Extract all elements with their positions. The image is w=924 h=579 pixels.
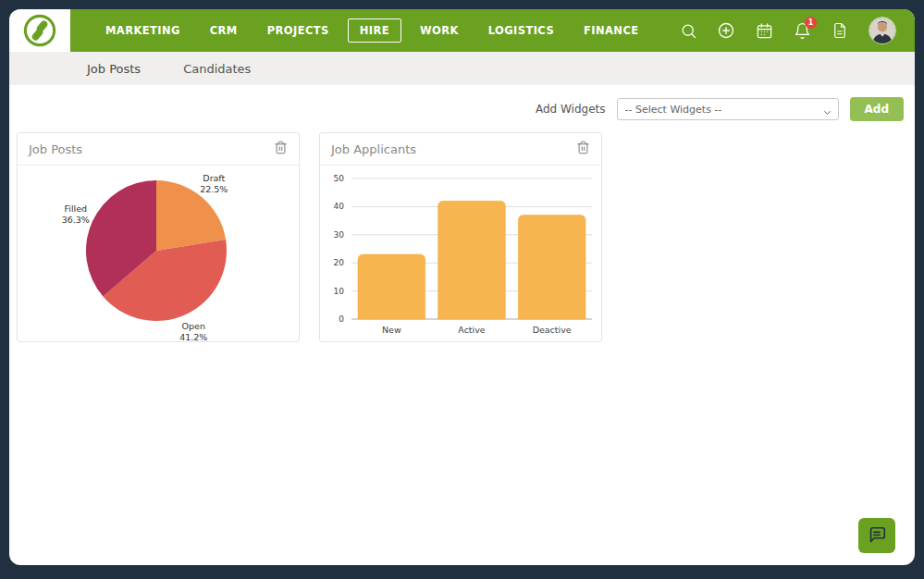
- svg-text:50: 50: [334, 174, 345, 183]
- add-widgets-toolbar: Add Widgets -- Select Widgets -- Add: [9, 85, 915, 130]
- user-avatar[interactable]: [869, 17, 896, 44]
- pie-chart-job-posts: Draft22.5%Open41.2%Filled36.3%: [18, 166, 299, 341]
- widget-job-applicants: Job Applicants 01020304050NewActiveDeact…: [319, 132, 602, 342]
- app-logo[interactable]: [9, 9, 70, 52]
- nav-item-finance[interactable]: FINANCE: [573, 19, 649, 42]
- app-window: MARKETING CRM PROJECTS HIRE WORK LOGISTI…: [9, 9, 915, 565]
- main-nav: MARKETING CRM PROJECTS HIRE WORK LOGISTI…: [94, 9, 649, 52]
- svg-text:10: 10: [334, 287, 345, 296]
- subnav-job-posts[interactable]: Job Posts: [87, 62, 141, 76]
- svg-text:0: 0: [339, 314, 344, 324]
- svg-text:Open41.2%: Open41.2%: [179, 321, 207, 341]
- svg-text:Deactive: Deactive: [533, 325, 572, 335]
- delete-widget-icon[interactable]: [274, 141, 288, 158]
- notifications-bell-icon[interactable]: 1: [793, 21, 811, 40]
- bar-chart-job-applicants: 01020304050NewActiveDeactive: [320, 166, 601, 341]
- add-widget-button[interactable]: Add: [850, 97, 904, 121]
- widget-job-posts-header: Job Posts: [18, 133, 299, 166]
- quick-add-icon[interactable]: [717, 21, 735, 40]
- widget-title: Job Applicants: [331, 142, 416, 156]
- widgets-select-wrap: -- Select Widgets --: [617, 98, 839, 120]
- top-navigation-bar: MARKETING CRM PROJECTS HIRE WORK LOGISTI…: [9, 9, 915, 52]
- nav-item-work[interactable]: WORK: [409, 19, 470, 42]
- document-icon[interactable]: [831, 21, 849, 40]
- svg-text:New: New: [382, 325, 401, 335]
- header-icons: 1: [679, 9, 915, 52]
- add-widgets-label: Add Widgets: [536, 103, 606, 116]
- widget-title: Job Posts: [29, 142, 82, 156]
- svg-text:Filled36.3%: Filled36.3%: [62, 203, 90, 225]
- chat-bubble-icon: [867, 525, 887, 546]
- widget-job-posts: Job Posts Draft22.5%Open41.2%Filled36.3%: [17, 132, 300, 342]
- chat-button[interactable]: [858, 518, 895, 553]
- nav-item-logistics[interactable]: LOGISTICS: [477, 19, 565, 42]
- svg-text:40: 40: [334, 202, 345, 211]
- svg-text:Draft22.5%: Draft22.5%: [200, 173, 228, 194]
- search-icon[interactable]: [679, 21, 697, 40]
- widget-job-applicants-header: Job Applicants: [320, 133, 601, 166]
- nav-item-hire[interactable]: HIRE: [348, 18, 401, 43]
- nav-item-crm[interactable]: CRM: [199, 19, 249, 42]
- svg-text:20: 20: [334, 258, 345, 267]
- nav-item-projects[interactable]: PROJECTS: [256, 19, 340, 42]
- subnav-candidates[interactable]: Candidates: [183, 62, 251, 76]
- widgets-select[interactable]: -- Select Widgets --: [617, 98, 839, 120]
- widgets-area: Job Posts Draft22.5%Open41.2%Filled36.3%…: [9, 130, 915, 342]
- logo-icon: [21, 12, 58, 49]
- delete-widget-icon[interactable]: [576, 141, 590, 158]
- svg-text:Active: Active: [458, 325, 486, 335]
- nav-item-marketing[interactable]: MARKETING: [94, 19, 191, 42]
- svg-text:30: 30: [334, 230, 345, 240]
- sub-navigation: Job Posts Candidates: [9, 52, 915, 85]
- notification-badge: 1: [805, 17, 817, 29]
- calendar-icon[interactable]: [755, 21, 773, 40]
